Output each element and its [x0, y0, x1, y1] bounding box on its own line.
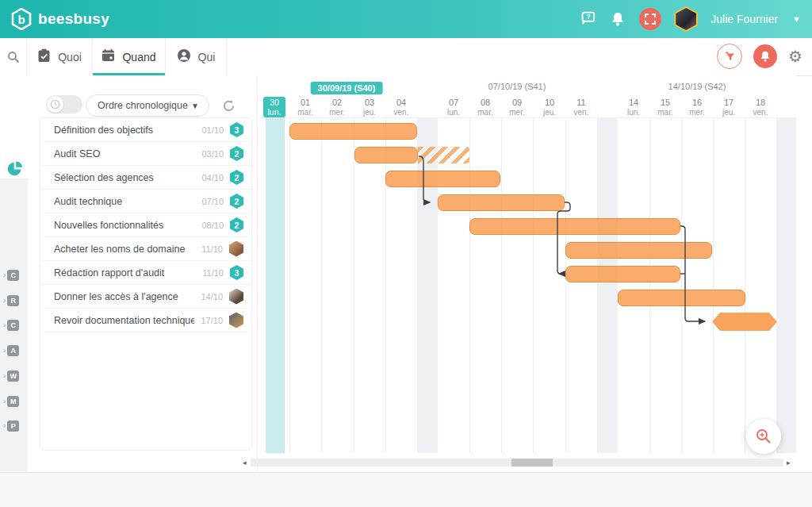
task-row[interactable]: Rédaction rapport d'audit11/103 — [40, 261, 251, 285]
task-name: Donner les accès à l'agence — [54, 291, 194, 302]
task-row[interactable]: Définition des objectifs01/103 — [40, 118, 251, 142]
task-row[interactable]: Nouvelles fonctionnalités08/102 — [40, 213, 251, 237]
day-gridline — [385, 118, 386, 453]
fullscreen-button[interactable] — [639, 8, 661, 30]
rail-project-m-5[interactable]: ›M — [3, 396, 27, 407]
search-button[interactable] — [0, 38, 27, 75]
task-name: Audit SEO — [54, 148, 195, 159]
expand-chevron-icon[interactable]: › — [3, 321, 6, 329]
gantt-pane: 30/09/19 (S40)07/10/19 (S41)14/10/19 (S4… — [257, 75, 797, 472]
task-row[interactable]: Audit SEO03/102 — [40, 142, 251, 166]
task-name: Nouvelles fonctionnalités — [54, 220, 195, 231]
rail-project-a-3[interactable]: ›A — [3, 345, 27, 356]
brand-name: beesbusy — [38, 10, 109, 28]
notifications-bell-icon[interactable] — [609, 10, 626, 28]
project-letter-badge[interactable]: W — [7, 371, 19, 382]
settings-gear-icon[interactable]: ⚙ — [788, 48, 802, 64]
dashboard-pie-icon[interactable] — [0, 160, 29, 177]
tab-quand[interactable]: Quand — [93, 38, 166, 75]
expand-chevron-icon[interactable]: › — [3, 422, 6, 430]
task-row[interactable]: Acheter les noms de domaine11/10 — [40, 237, 251, 261]
project-letter-badge[interactable]: C — [7, 270, 19, 281]
assignee-avatar[interactable] — [229, 313, 243, 328]
task-row[interactable]: Sélection des agences04/102 — [40, 166, 251, 190]
add-filter-button[interactable]: + — [717, 44, 742, 69]
user-avatar[interactable] — [674, 6, 698, 32]
day-header: 01mar. — [289, 98, 321, 117]
chevron-down-icon: ▼ — [191, 102, 199, 110]
gantt-bar[interactable] — [354, 147, 418, 163]
gantt-bar[interactable] — [418, 147, 469, 163]
chronology-toggle[interactable] — [46, 95, 82, 113]
project-letter-badge[interactable]: C — [7, 320, 19, 331]
brand-logo[interactable]: b beesbusy — [11, 8, 109, 30]
day-gridline — [354, 118, 354, 453]
expand-chevron-icon[interactable]: › — [3, 398, 6, 405]
assignee-count-badge[interactable]: 3 — [230, 265, 243, 280]
gantt-bar[interactable] — [618, 290, 745, 306]
task-due-date: 01/10 — [201, 125, 224, 135]
scroll-right-arrow[interactable]: ▸ — [787, 458, 791, 467]
day-header: 02mer. — [321, 98, 353, 117]
expand-chevron-icon[interactable]: › — [3, 347, 6, 355]
scrollbar-thumb[interactable] — [511, 459, 553, 467]
expand-chevron-icon[interactable]: › — [3, 271, 6, 279]
assignee-avatar[interactable] — [229, 241, 243, 257]
day-header: 11ven. — [565, 98, 597, 117]
assignee-avatar[interactable] — [229, 289, 243, 305]
clock-icon — [47, 96, 63, 113]
day-gridline — [745, 118, 745, 453]
user-menu-chevron-icon[interactable]: ▼ — [792, 14, 801, 24]
rail-project-c-0[interactable]: ›C — [3, 270, 27, 281]
dependency-connectors — [258, 118, 796, 453]
project-letter-badge[interactable]: A — [7, 345, 19, 356]
scroll-left-arrow[interactable]: ◂ — [243, 458, 247, 467]
project-letter-badge[interactable]: M — [7, 396, 19, 407]
task-name: Définition des objectifs — [54, 125, 195, 136]
gantt-bar[interactable] — [469, 218, 680, 235]
gantt-bar[interactable] — [565, 266, 680, 282]
sort-order-select[interactable]: Ordre chronologique ▼ — [86, 94, 209, 117]
refresh-button[interactable] — [217, 94, 239, 117]
rail-project-p-6[interactable]: ›P — [3, 421, 27, 432]
weekend-band — [776, 118, 796, 453]
task-due-date: 11/10 — [201, 244, 223, 254]
day-gridline — [565, 118, 566, 453]
help-chat-icon[interactable]: ? — [579, 10, 596, 28]
rail-project-r-1[interactable]: ›R — [3, 295, 27, 306]
day-header-today: 30lun. — [263, 97, 285, 117]
alerts-bell-button[interactable] — [753, 44, 777, 68]
day-header: 18ven. — [745, 98, 776, 117]
clipboard-icon — [37, 48, 51, 66]
day-header: 15mar. — [649, 98, 681, 117]
assignee-count-badge[interactable]: 3 — [230, 122, 243, 137]
expand-chevron-icon[interactable]: › — [3, 372, 6, 380]
task-row[interactable]: Donner les accès à l'agence14/10 — [40, 285, 251, 309]
tab-qui[interactable]: Qui — [166, 38, 227, 75]
rail-project-c-2[interactable]: ›C — [3, 320, 27, 331]
task-row[interactable]: Revoir documentation technique17/10 — [40, 309, 251, 332]
gantt-bar[interactable] — [438, 194, 565, 211]
svg-text:?: ? — [587, 13, 591, 21]
gantt-bar[interactable] — [385, 171, 500, 187]
assignee-count-badge[interactable]: 2 — [230, 146, 243, 161]
gantt-bar[interactable] — [289, 123, 417, 140]
expand-chevron-icon[interactable]: › — [3, 297, 6, 305]
gantt-horizontal-scrollbar[interactable] — [251, 459, 783, 467]
bottom-bar: › Nouvelle tâche + Projet du : 01/10/201… — [0, 472, 812, 507]
user-name[interactable]: Julie Fournier — [710, 13, 778, 25]
assignee-count-badge[interactable]: 2 — [230, 170, 243, 185]
weekend-band — [597, 118, 618, 453]
tab-quoi[interactable]: Quoi — [27, 38, 93, 75]
project-letter-badge[interactable]: P — [7, 421, 19, 432]
zoom-in-button[interactable] — [746, 419, 781, 454]
gantt-bar[interactable] — [565, 242, 712, 259]
task-row[interactable]: Audit technique07/102 — [40, 190, 251, 213]
week-label: 07/10/19 (S41) — [488, 82, 546, 91]
svg-text:b: b — [17, 13, 25, 26]
rail-project-w-4[interactable]: ›W — [3, 371, 27, 382]
assignee-count-badge[interactable]: 2 — [230, 217, 243, 232]
gantt-bar[interactable] — [712, 313, 777, 331]
project-letter-badge[interactable]: R — [7, 295, 19, 306]
assignee-count-badge[interactable]: 2 — [230, 194, 243, 209]
